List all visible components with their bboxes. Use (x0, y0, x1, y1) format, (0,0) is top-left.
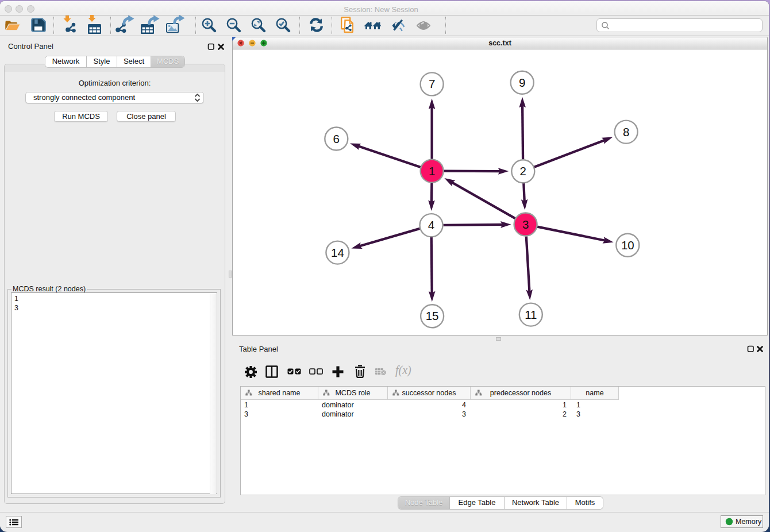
svg-text:8: 8 (623, 125, 629, 138)
svg-text:1: 1 (429, 164, 435, 178)
svg-text:11: 11 (525, 308, 537, 321)
svg-text:15: 15 (426, 309, 439, 322)
svg-text:9: 9 (519, 76, 525, 89)
svg-text:3: 3 (522, 218, 529, 231)
svg-text:6: 6 (333, 132, 340, 145)
svg-text:4: 4 (428, 218, 434, 232)
svg-text:14: 14 (331, 246, 344, 259)
svg-text:2: 2 (520, 164, 526, 178)
svg-text:10: 10 (621, 238, 634, 252)
svg-text:7: 7 (429, 77, 435, 90)
